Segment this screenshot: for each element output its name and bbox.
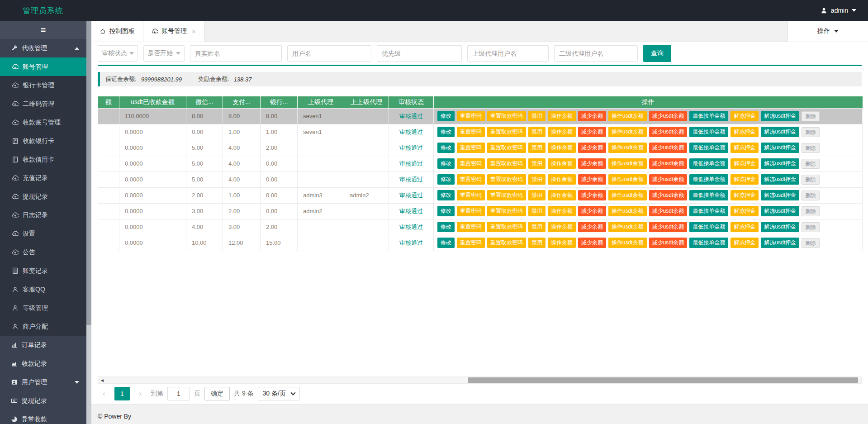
decrease-usdt-balance-button[interactable]: 减少usdt余额 (649, 206, 688, 216)
horizontal-scrollbar[interactable]: ◄ (98, 376, 862, 384)
table-row[interactable]: 110.00008.008.008.00seven1审核通过修改重置密码重置取款… (98, 108, 863, 124)
operate-balance-button[interactable]: 操作余额 (548, 206, 576, 216)
modify-button[interactable]: 修改 (437, 158, 455, 169)
unfreeze-usdt-deposit-button[interactable]: 解冻usdt押金 (761, 174, 799, 185)
reset-withdraw-password-button[interactable]: 重置取款密码 (487, 111, 526, 121)
disable-button[interactable]: 禁用 (528, 206, 545, 216)
reset-withdraw-password-button[interactable]: 重置取款密码 (487, 158, 526, 169)
table-row[interactable]: 0.00004.003.002.00审核通过修改重置密码重置取款密码禁用操作余额… (98, 219, 863, 235)
sidebar-item-1[interactable]: 代收管理 (0, 39, 86, 57)
operate-balance-button[interactable]: 操作余额 (548, 238, 576, 248)
unfreeze-usdt-deposit-button[interactable]: 解冻usdt押金 (761, 238, 799, 248)
table-row[interactable]: 0.000010.0012.0015.00审核通过修改重置密码重置取款密码禁用操… (98, 235, 863, 251)
unfreeze-usdt-deposit-button[interactable]: 解冻usdt押金 (761, 127, 799, 137)
sidebar-item-16[interactable]: 商户分配 (0, 317, 86, 336)
operate-balance-button[interactable]: 操作余额 (548, 111, 576, 121)
unfreeze-deposit-button[interactable]: 解冻押金 (730, 143, 759, 153)
decrease-usdt-balance-button[interactable]: 减少usdt余额 (649, 158, 688, 169)
operate-usdt-balance-button[interactable]: 操作usdt余额 (608, 174, 647, 185)
sidebar-item-4[interactable]: 二维码管理 (0, 95, 86, 113)
min-order-amount-button[interactable]: 最低接单金额 (689, 111, 728, 121)
modify-button[interactable]: 修改 (437, 143, 455, 153)
modify-button[interactable]: 修改 (437, 111, 455, 121)
delete-button[interactable]: 删除 (802, 222, 820, 232)
decrease-usdt-balance-button[interactable]: 减少usdt余额 (649, 111, 688, 121)
reset-withdraw-password-button[interactable]: 重置取款密码 (487, 127, 526, 137)
prev-page-button[interactable]: ‹ (98, 387, 110, 400)
decrease-balance-button[interactable]: 减少余额 (578, 238, 606, 248)
filter-input-真实姓名[interactable] (190, 45, 282, 62)
actions-dropdown-button[interactable]: 操作 (787, 21, 868, 42)
sidebar-scrollbar-thumb[interactable] (86, 21, 91, 325)
disable-button[interactable]: 禁用 (528, 158, 545, 169)
sidebar-item-8[interactable]: 充值记录 (0, 169, 86, 187)
table-row[interactable]: 0.00003.002.000.00admin2审核通过修改重置密码重置取款密码… (98, 203, 863, 219)
filter-input-优先级[interactable] (377, 45, 462, 62)
delete-button[interactable]: 删除 (802, 191, 820, 200)
decrease-balance-button[interactable]: 减少余额 (578, 222, 606, 232)
sidebar-item-2[interactable]: 账号管理 (0, 57, 86, 76)
filter-select-审核状态[interactable]: 审核状态 (98, 45, 138, 62)
reset-password-button[interactable]: 重置密码 (457, 222, 485, 232)
decrease-balance-button[interactable]: 减少余额 (578, 190, 606, 200)
disable-button[interactable]: 禁用 (528, 238, 545, 248)
operate-balance-button[interactable]: 操作余额 (548, 190, 576, 200)
operate-balance-button[interactable]: 操作余额 (548, 174, 576, 185)
sidebar-item-11[interactable]: 设置 (0, 224, 86, 243)
delete-button[interactable]: 删除 (802, 238, 820, 248)
decrease-balance-button[interactable]: 减少余额 (578, 111, 606, 121)
sidebar-item-21[interactable]: 异常收款 (0, 410, 86, 424)
operate-usdt-balance-button[interactable]: 操作usdt余额 (608, 111, 647, 121)
scroll-left-arrow-icon[interactable]: ◄ (100, 377, 104, 383)
decrease-usdt-balance-button[interactable]: 减少usdt余额 (649, 190, 688, 200)
sidebar-item-5[interactable]: 收款账号管理 (0, 113, 86, 132)
unfreeze-usdt-deposit-button[interactable]: 解冻usdt押金 (761, 111, 799, 121)
filter-input-用户名[interactable] (287, 45, 371, 62)
unfreeze-deposit-button[interactable]: 解冻押金 (730, 127, 759, 137)
table-row[interactable]: 0.00005.004.000.00审核通过修改重置密码重置取款密码禁用操作余额… (98, 172, 863, 187)
operate-usdt-balance-button[interactable]: 操作usdt余额 (608, 206, 647, 216)
operate-balance-button[interactable]: 操作余额 (548, 127, 576, 137)
filter-input-上级代理用户名[interactable] (467, 45, 549, 62)
sidebar-item-20[interactable]: 提现记录 (0, 391, 86, 410)
tab-控制面板[interactable]: 控制面板 (91, 21, 143, 42)
modify-button[interactable]: 修改 (437, 206, 455, 216)
sidebar-scrollbar[interactable] (86, 21, 91, 424)
min-order-amount-button[interactable]: 最低接单金额 (689, 174, 728, 185)
user-menu[interactable]: admin (821, 7, 856, 14)
sidebar-item-14[interactable]: 客服QQ (0, 280, 86, 299)
operate-balance-button[interactable]: 操作余额 (548, 143, 576, 153)
unfreeze-deposit-button[interactable]: 解冻押金 (730, 222, 759, 232)
decrease-usdt-balance-button[interactable]: 减少usdt余额 (649, 127, 688, 137)
delete-button[interactable]: 删除 (802, 111, 820, 121)
decrease-balance-button[interactable]: 减少余额 (578, 143, 606, 153)
decrease-usdt-balance-button[interactable]: 减少usdt余额 (649, 143, 688, 153)
unfreeze-usdt-deposit-button[interactable]: 解冻usdt押金 (761, 158, 799, 169)
table-row[interactable]: 0.00002.001.000.00admin3admin2审核通过修改重置密码… (98, 187, 863, 203)
min-order-amount-button[interactable]: 最低接单金额 (689, 190, 728, 200)
decrease-usdt-balance-button[interactable]: 减少usdt余额 (649, 238, 688, 248)
decrease-balance-button[interactable]: 减少余额 (578, 206, 606, 216)
sidebar-item-19[interactable]: 用户管理 (0, 373, 86, 391)
delete-button[interactable]: 删除 (802, 159, 820, 169)
operate-usdt-balance-button[interactable]: 操作usdt余额 (608, 158, 647, 169)
min-order-amount-button[interactable]: 最低接单金额 (689, 143, 728, 153)
operate-usdt-balance-button[interactable]: 操作usdt余额 (608, 127, 647, 137)
per-page-select[interactable]: 30 条/页 (258, 387, 300, 400)
unfreeze-deposit-button[interactable]: 解冻押金 (730, 206, 759, 216)
delete-button[interactable]: 删除 (802, 175, 820, 185)
reset-withdraw-password-button[interactable]: 重置取款密码 (487, 174, 526, 185)
reset-withdraw-password-button[interactable]: 重置取款密码 (487, 190, 526, 200)
unfreeze-deposit-button[interactable]: 解冻押金 (730, 238, 759, 248)
filter-select-是否开始[interactable]: 是否开始 (143, 45, 185, 62)
sidebar-item-17[interactable]: 订单记录 (0, 336, 86, 354)
reset-password-button[interactable]: 重置密码 (457, 206, 485, 216)
filter-input-二级代理用户名[interactable] (554, 45, 638, 62)
reset-withdraw-password-button[interactable]: 重置取款密码 (487, 143, 526, 153)
unfreeze-usdt-deposit-button[interactable]: 解冻usdt押金 (761, 222, 799, 232)
reset-password-button[interactable]: 重置密码 (457, 174, 485, 185)
unfreeze-deposit-button[interactable]: 解冻押金 (730, 174, 759, 185)
min-order-amount-button[interactable]: 最低接单金额 (689, 222, 728, 232)
page-1-button[interactable]: 1 (114, 387, 130, 400)
reset-withdraw-password-button[interactable]: 重置取款密码 (487, 238, 526, 248)
